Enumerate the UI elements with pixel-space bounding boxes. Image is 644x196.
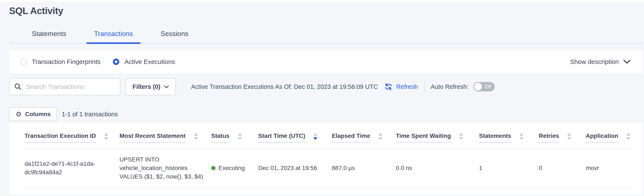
sort-icon xyxy=(459,132,463,140)
cell-application: movr xyxy=(586,164,634,172)
cell-retries: 0 xyxy=(539,164,586,172)
transactions-table: Transaction Execution ID Most Recent Sta… xyxy=(9,123,643,195)
refresh-button[interactable]: Refresh xyxy=(384,82,418,92)
cell-elapsed-time: 887.0 µs xyxy=(332,164,396,172)
column-header-time-spent-waiting[interactable]: Time Spent Waiting xyxy=(396,132,479,143)
cell-most-recent-statement: UPSERT INTO vehicle_location_histories V… xyxy=(120,155,211,181)
search-input[interactable] xyxy=(26,83,115,90)
table-header-row: Transaction Execution ID Most Recent Sta… xyxy=(24,123,634,149)
vertical-divider xyxy=(424,81,425,93)
top-strip xyxy=(0,0,644,2)
cell-time-spent-waiting: 0.0 ns xyxy=(396,164,479,172)
sort-icon xyxy=(520,132,524,140)
search-icon xyxy=(14,83,22,90)
page-title: SQL Activity xyxy=(9,5,643,16)
tab-statements[interactable]: Statements xyxy=(24,30,74,43)
radio-selected-icon[interactable] xyxy=(113,59,119,65)
controls-row: Filters (0) Active Transaction Execution… xyxy=(9,78,643,95)
result-count: 1-1 of 1 transactions xyxy=(62,111,118,118)
auto-refresh-label: Auto Refresh: xyxy=(430,83,468,90)
cell-status: Executing xyxy=(211,164,258,172)
radio-active-executions[interactable]: Active Executions xyxy=(113,58,175,65)
gear-icon: ⚙ xyxy=(16,111,22,118)
column-header-start-time[interactable]: Start Time (UTC) xyxy=(258,132,332,143)
chevron-down-icon xyxy=(164,85,169,88)
status-label: Executing xyxy=(218,164,245,172)
toggle-knob[interactable] xyxy=(474,83,482,91)
view-options-card: Transaction Fingerprints Active Executio… xyxy=(9,50,643,73)
chevron-down-icon xyxy=(623,59,631,64)
show-description-toggle[interactable]: Show description xyxy=(570,58,631,65)
show-description-label[interactable]: Show description xyxy=(570,58,619,65)
filters-button[interactable]: Filters (0) xyxy=(126,78,176,95)
cell-transaction-execution-id[interactable]: da1f21e2-de71-4c1f-a1da-dc9fc94a84a2 xyxy=(24,160,114,177)
sort-icon xyxy=(104,132,108,140)
status-executing-dot-icon xyxy=(211,166,216,170)
radio-unselected-icon[interactable] xyxy=(20,59,27,65)
column-header-transaction-execution-id[interactable]: Transaction Execution ID xyxy=(24,132,120,143)
cell-start-time: Dec 01, 2023 at 19:56 xyxy=(258,164,332,172)
table-row[interactable]: da1f21e2-de71-4c1f-a1da-dc9fc94a84a2 UPS… xyxy=(24,149,634,188)
results-bar: ⚙ Columns 1-1 of 1 transactions xyxy=(9,107,643,121)
tab-sessions[interactable]: Sessions xyxy=(153,30,196,43)
sort-icon xyxy=(567,132,572,140)
sort-icon xyxy=(626,132,630,140)
column-header-statements[interactable]: Statements xyxy=(479,132,539,143)
column-header-retries[interactable]: Retries xyxy=(539,132,586,143)
radio-label[interactable]: Active Executions xyxy=(124,58,175,65)
refresh-icon xyxy=(384,82,393,92)
column-header-elapsed-time[interactable]: Elapsed Time xyxy=(332,132,396,143)
auto-refresh-toggle[interactable]: Off xyxy=(473,82,495,91)
columns-button[interactable]: ⚙ Columns xyxy=(9,107,57,121)
refresh-label[interactable]: Refresh xyxy=(396,83,418,90)
column-header-most-recent-statement[interactable]: Most Recent Statement xyxy=(120,132,211,143)
search-box[interactable] xyxy=(9,78,120,95)
column-header-application[interactable]: Application xyxy=(586,132,634,143)
sort-icon-descending xyxy=(313,132,318,140)
cell-statements: 1 xyxy=(479,164,539,172)
radio-label[interactable]: Transaction Fingerprints xyxy=(32,58,100,65)
tab-transactions[interactable]: Transactions xyxy=(86,30,140,43)
sort-icon xyxy=(378,132,382,140)
columns-button-label[interactable]: Columns xyxy=(25,111,51,118)
sort-icon xyxy=(238,132,242,140)
column-header-status[interactable]: Status xyxy=(211,132,258,143)
sql-activity-page: SQL Activity Statements Transactions Ses… xyxy=(0,5,644,195)
radio-transaction-fingerprints[interactable]: Transaction Fingerprints xyxy=(20,58,100,65)
sort-icon xyxy=(194,132,198,140)
toggle-state-label: Off xyxy=(484,84,492,90)
filters-button-label[interactable]: Filters (0) xyxy=(132,83,160,90)
as-of-timestamp: Active Transaction Executions As Of: Dec… xyxy=(191,83,378,90)
tab-bar: Statements Transactions Sessions xyxy=(9,30,643,43)
